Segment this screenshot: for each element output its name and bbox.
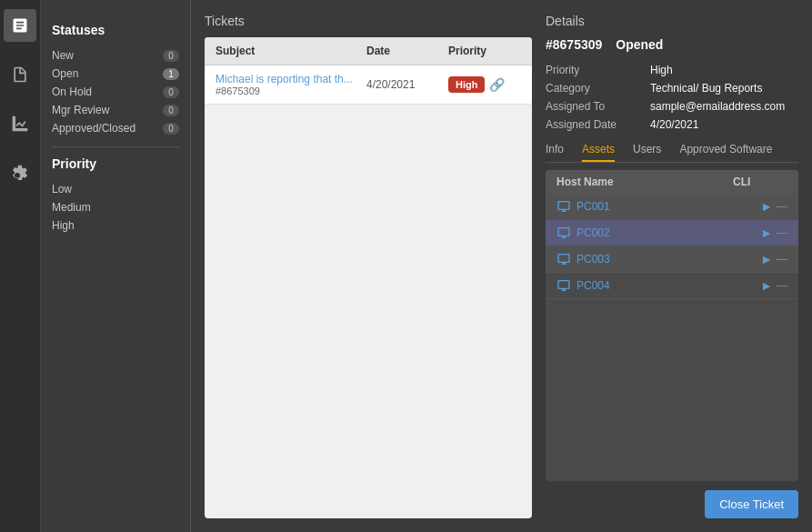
document-nav-item[interactable]: [4, 58, 36, 91]
sidebar-item-mgrreview-label: Mgr Review: [52, 104, 109, 116]
sidebar-badge-closed: 0: [163, 123, 179, 135]
sidebar-item-open[interactable]: Open 1: [52, 65, 179, 83]
ticket-number: #8675309: [216, 85, 366, 96]
sidebar-item-closed-label: Approved/Closed: [52, 122, 135, 135]
cli-dash: —: [777, 253, 787, 266]
details-panel-title: Details: [546, 14, 798, 28]
subject-col-header: Subject: [216, 45, 366, 57]
sidebar-badge-mgrreview: 0: [163, 105, 179, 116]
sidebar-item-medium[interactable]: Medium: [52, 198, 179, 216]
sidebar-badge-open: 1: [163, 68, 179, 80]
detail-row-category: Category Technical/ Bug Reports: [546, 79, 798, 97]
sidebar-item-open-label: Open: [52, 67, 78, 80]
sidebar-item-mgrreview[interactable]: Mgr Review 0: [52, 101, 179, 119]
hostname-col-header: Host Name: [556, 176, 733, 188]
chart-nav-item[interactable]: [4, 107, 36, 140]
sidebar-badge-onhold: 0: [163, 86, 179, 98]
detail-row-priority: Priority High: [546, 61, 798, 79]
ticket-date: 4/20/2021: [366, 78, 448, 91]
assigneddate-field-label: Assigned Date: [546, 118, 637, 131]
ticket-subject-cell: Michael is reporting that th... #8675309: [216, 73, 366, 96]
date-col-header: Date: [366, 45, 448, 57]
assignedto-field-value: sample@emailaddress.com: [650, 100, 785, 113]
settings-nav-item[interactable]: [4, 156, 36, 189]
asset-name-pc002: PC002: [556, 226, 733, 240]
asset-row-pc004[interactable]: PC004 ► —: [546, 273, 798, 299]
priority-col-header: Priority: [448, 45, 521, 57]
chevron-right-icon: ►: [760, 226, 773, 240]
asset-name-pc001: PC001: [556, 199, 733, 214]
tickets-panel-title: Tickets: [205, 14, 532, 28]
details-tabs: Info Assets Users Approved Software: [546, 143, 798, 163]
asset-cli-pc002: ► —: [733, 226, 787, 240]
close-ticket-button[interactable]: Close Ticket: [705, 490, 798, 518]
priority-field-label: Priority: [546, 64, 637, 76]
icon-bar: [0, 0, 41, 532]
tab-approved-software[interactable]: Approved Software: [679, 143, 772, 162]
sidebar-item-closed[interactable]: Approved/Closed 0: [52, 119, 179, 137]
sidebar: Statuses New 0 Open 1 On Hold 0 Mgr Revi…: [41, 0, 191, 532]
asset-name-pc004: PC004: [556, 278, 733, 293]
priority-field-value: High: [650, 64, 673, 76]
link-icon: 🔗: [489, 77, 505, 92]
assigneddate-field-value: 4/20/2021: [650, 118, 698, 131]
assignedto-field-label: Assigned To: [546, 100, 637, 113]
sidebar-item-medium-label: Medium: [52, 201, 91, 214]
chevron-right-icon: ►: [760, 278, 773, 293]
assets-table: Host Name CLI PC001 ► — P: [546, 170, 798, 481]
tab-users[interactable]: Users: [633, 143, 661, 162]
main-content: Tickets Subject Date Priority Michael is…: [191, 0, 812, 532]
assets-table-header: Host Name CLI: [546, 170, 798, 194]
sidebar-item-new[interactable]: New 0: [52, 46, 179, 65]
cli-dash: —: [777, 200, 787, 213]
tab-assets[interactable]: Assets: [582, 143, 615, 162]
sidebar-item-low-label: Low: [52, 183, 72, 196]
sidebar-item-onhold[interactable]: On Hold 0: [52, 83, 179, 101]
sidebar-badge-new: 0: [163, 50, 179, 62]
cli-dash: —: [777, 279, 787, 292]
sidebar-item-low[interactable]: Low: [52, 180, 179, 198]
tab-info[interactable]: Info: [546, 143, 564, 162]
sidebar-item-high-label: High: [52, 219, 75, 232]
detail-row-assigneddate: Assigned Date 4/20/2021: [546, 115, 798, 134]
ticket-subject: Michael is reporting that th...: [216, 73, 366, 85]
detail-row-assignedto: Assigned To sample@emailaddress.com: [546, 97, 798, 115]
asset-row-pc001[interactable]: PC001 ► —: [546, 194, 798, 220]
priority-badge: High: [448, 76, 485, 93]
details-inner: #8675309 Opened Priority High Category T…: [546, 37, 798, 518]
details-header-row: #8675309 Opened: [546, 37, 798, 52]
tickets-table-header: Subject Date Priority: [205, 37, 532, 65]
inbox-nav-item[interactable]: [4, 9, 36, 42]
priority-title: Priority: [52, 156, 179, 171]
asset-row-pc003[interactable]: PC003 ► —: [546, 246, 798, 273]
asset-name-pc003: PC003: [556, 252, 733, 266]
category-field-label: Category: [546, 82, 637, 95]
asset-cli-pc003: ► —: [733, 252, 787, 266]
tickets-panel: Tickets Subject Date Priority Michael is…: [205, 14, 532, 518]
detail-ticket-status: Opened: [616, 37, 663, 52]
details-panel: Details #8675309 Opened Priority High Ca…: [546, 14, 798, 518]
asset-cli-pc001: ► —: [733, 199, 787, 214]
sidebar-item-new-label: New: [52, 49, 74, 62]
sidebar-item-high[interactable]: High: [52, 216, 179, 235]
tickets-container: Subject Date Priority Michael is reporti…: [205, 37, 532, 518]
asset-cli-pc004: ► —: [733, 278, 787, 293]
category-field-value: Technical/ Bug Reports: [650, 82, 762, 95]
ticket-row[interactable]: Michael is reporting that th... #8675309…: [205, 65, 532, 105]
detail-ticket-id: #8675309: [546, 37, 602, 52]
chevron-right-icon: ►: [760, 199, 773, 214]
ticket-priority-cell: High 🔗: [448, 76, 521, 93]
sidebar-divider: [52, 146, 179, 147]
asset-row-pc002[interactable]: PC002 ► —: [546, 220, 798, 246]
chevron-right-icon: ►: [760, 252, 773, 266]
detail-fields: Priority High Category Technical/ Bug Re…: [546, 61, 798, 134]
cli-col-header: CLI: [733, 176, 787, 188]
statuses-title: Statuses: [52, 23, 179, 37]
sidebar-item-onhold-label: On Hold: [52, 85, 92, 98]
cli-dash: —: [777, 226, 787, 239]
